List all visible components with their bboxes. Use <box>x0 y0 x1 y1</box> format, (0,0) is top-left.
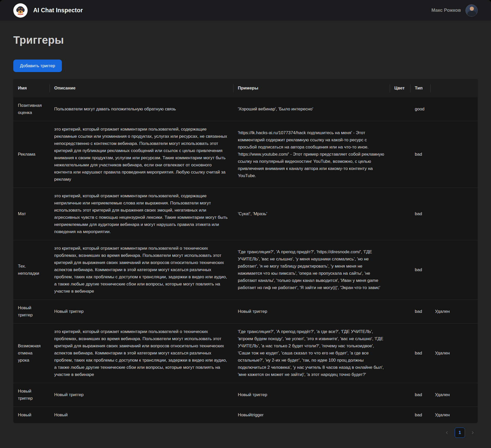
cell-color <box>390 307 410 316</box>
cell-examples: 'Где трансляция?', 'А препод придёт?', '… <box>233 244 390 296</box>
app-logo <box>13 3 28 18</box>
cell-type: good <box>410 101 430 117</box>
cell-name: Новый <box>13 407 50 423</box>
cell-examples: Новый триггер <box>233 303 390 320</box>
cell-description: Новый <box>50 407 233 423</box>
cell-color <box>390 349 410 358</box>
cell-examples: 'Сука!', 'Мразь' <box>233 206 390 222</box>
column-header-description: Описание <box>50 79 233 97</box>
table-row: Тех. неполадки это критерий, который отр… <box>13 240 478 300</box>
cell-color <box>390 390 410 399</box>
deleted-status[interactable]: Удален <box>430 345 478 361</box>
triggers-table: Имя Описание Примеры Цвет Тип Позитивная… <box>13 79 478 423</box>
cell-color <box>390 265 410 274</box>
cell-name: Позитивная оценка <box>13 97 50 121</box>
cell-name: Новый триггер <box>13 383 50 407</box>
app-title: AI Chat Inspector <box>33 7 83 14</box>
cell-type: bad <box>410 206 430 222</box>
cell-color <box>390 410 410 420</box>
cell-examples: 'Хороший вебинар', 'Было интересно' <box>233 101 390 117</box>
cell-examples: Новыйtrigger <box>233 407 390 423</box>
column-header-examples: Примеры <box>233 79 390 97</box>
cell-name: Тех. неполадки <box>13 258 50 282</box>
app-window: AI Chat Inspector Макс Рожков Триггеры Д… <box>0 0 491 448</box>
next-page-button[interactable] <box>467 428 478 438</box>
cell-color <box>390 150 410 159</box>
cell-description: Новый триггер <box>50 387 233 403</box>
cell-description: это критерий, который отражает комментар… <box>50 240 233 300</box>
main-content: Триггеры Добавить триггер Имя Описание П… <box>0 34 491 448</box>
add-trigger-button[interactable]: Добавить триггер <box>13 60 62 72</box>
table-row: Новый триггер Новый триггер Новый тригге… <box>13 300 478 323</box>
cell-type: bad <box>410 407 430 423</box>
cell-description: Пользователи могут давать положительную … <box>50 101 233 117</box>
table-row: Реклама это критерий, который отражает к… <box>13 121 478 188</box>
cell-examples: Новый триггер <box>233 387 390 403</box>
cell-type: bad <box>410 146 430 163</box>
deleted-status[interactable] <box>430 209 478 219</box>
table-row: Возможная отмена урока это критерий, кот… <box>13 323 478 383</box>
cell-type: bad <box>410 387 430 403</box>
table-body: Позитивная оценка Пользователи могут дав… <box>13 97 478 423</box>
cell-description: это критерий, который отражает комментар… <box>50 188 233 240</box>
cell-name: Реклама <box>13 146 50 163</box>
column-header-type: Тип <box>410 79 430 97</box>
table-header-row: Имя Описание Примеры Цвет Тип <box>13 79 478 97</box>
table-row: Новый Новый Новыйtrigger bad Удален <box>13 407 478 423</box>
column-header-actions <box>430 83 478 94</box>
cell-examples: 'Где трансляция?', 'А препод придёт?', '… <box>233 324 390 383</box>
cell-name: Возможная отмена урока <box>13 338 50 369</box>
cell-description: это критерий, который отражает комментар… <box>50 324 233 383</box>
chevron-left-icon <box>445 431 449 434</box>
column-header-color: Цвет <box>390 79 410 97</box>
previous-page-button[interactable] <box>442 428 452 438</box>
deleted-status[interactable] <box>430 150 478 159</box>
column-header-name: Имя <box>13 79 50 97</box>
cell-examples: 'https://lk.hacks-ai.ru/1077374/hack под… <box>233 125 390 184</box>
cell-type: bad <box>410 262 430 278</box>
dog-logo-icon <box>15 4 26 17</box>
chevron-right-icon <box>471 431 474 434</box>
deleted-status[interactable]: Удален <box>430 303 478 320</box>
page-number-button[interactable]: 1 <box>455 428 465 438</box>
cell-name: Мат <box>13 206 50 222</box>
cell-type: bad <box>410 303 430 320</box>
cell-name: Новый триггер <box>13 300 50 323</box>
user-name: Макс Рожков <box>431 8 461 13</box>
deleted-status[interactable]: Удален <box>430 407 478 423</box>
cell-description: это критерий, который отражает комментар… <box>50 121 233 188</box>
deleted-status[interactable] <box>430 105 478 114</box>
cell-description: Новый триггер <box>50 303 233 320</box>
user-avatar[interactable] <box>465 4 478 17</box>
cell-type: bad <box>410 345 430 361</box>
page-title: Триггеры <box>13 34 478 46</box>
deleted-status[interactable]: Удален <box>430 387 478 403</box>
cell-color <box>390 209 410 219</box>
topbar: AI Chat Inspector Макс Рожков <box>0 0 491 21</box>
deleted-status[interactable] <box>430 265 478 274</box>
cell-color <box>390 105 410 114</box>
pagination: 1 <box>13 428 478 438</box>
table-row: Мат это критерий, который отражает комме… <box>13 188 478 240</box>
table-row: Позитивная оценка Пользователи могут дав… <box>13 97 478 121</box>
table-row: Новый триггер Новый триггер Новый тригге… <box>13 383 478 407</box>
